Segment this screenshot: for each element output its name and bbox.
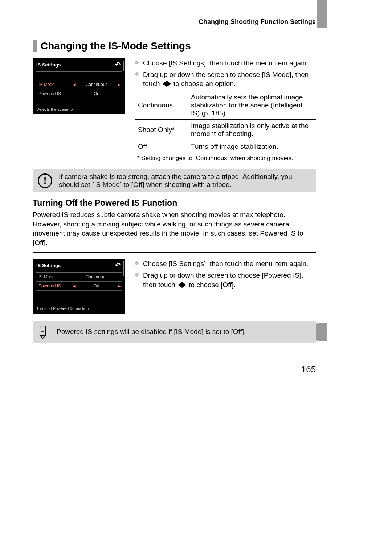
scroll-indicator	[123, 61, 124, 71]
camera-menu-desc: Turns off Powered IS function	[33, 303, 124, 311]
warning-icon: !	[38, 173, 52, 188]
warning-text: If camera shake is too strong, attach th…	[59, 173, 311, 189]
left-right-arrow-icon	[178, 282, 186, 288]
back-icon: ↶	[115, 61, 122, 69]
camera-menu-desc: Detects the scene for	[33, 103, 124, 112]
menu-row-is-mode: IS Mode ◀ Continuous ▶	[36, 80, 122, 89]
camera-menu-title: IS Settings	[36, 62, 61, 68]
back-icon: ↶	[115, 261, 122, 269]
left-right-arrow-icon	[163, 81, 171, 87]
instruction-item: Drag up or down the screen to choose [Po…	[135, 271, 316, 289]
menu-row-is-mode: IS Mode ◀ Continuous ▶	[36, 273, 122, 282]
instruction-item: Choose [IS Settings], then touch the men…	[135, 259, 316, 269]
subsection-body: Powered IS reduces subtle camera shake w…	[33, 210, 316, 248]
running-head: Changing Shooting Function Settings	[33, 18, 316, 26]
right-arrow-icon: ▶	[116, 284, 122, 289]
table-row: Shoot Only*Image stabilization is only a…	[135, 119, 316, 140]
table-row: OffTurns off image stabilization.	[135, 140, 316, 153]
instruction-item: Choose [IS Settings], then touch the men…	[135, 58, 316, 68]
instruction-list-2: Choose [IS Settings], then touch the men…	[135, 259, 316, 289]
scroll-indicator	[123, 261, 124, 276]
camera-menu-screenshot-1: IS Settings ↶ IS Mode ◀ Continuous ▶ Pow…	[33, 58, 125, 114]
note-text: Powered IS settings will be disabled if …	[57, 328, 246, 336]
left-arrow-icon: ◀	[71, 82, 77, 87]
instruction-list-1: Choose [IS Settings], then touch the men…	[135, 58, 316, 89]
is-mode-options-table: ContinuousAutomatically sets the optimal…	[135, 91, 316, 153]
menu-row-powered-is: Powered IS ◀ On ▶	[36, 89, 122, 98]
divider	[33, 252, 316, 253]
camera-menu-title: IS Settings	[36, 263, 61, 268]
subsection-title: Turning Off the Powered IS Function	[33, 198, 316, 208]
table-row: ContinuousAutomatically sets the optimal…	[135, 91, 316, 119]
warning-callout: ! If camera shake is too strong, attach …	[33, 169, 316, 192]
left-arrow-icon: ◀	[71, 284, 77, 289]
instruction-item: Drag up or down the screen to choose [IS…	[135, 70, 316, 89]
manual-page: Changing Shooting Function Settings Chan…	[0, 0, 392, 396]
page-number: 165	[33, 364, 316, 375]
note-callout: Powered IS settings will be disabled if …	[33, 321, 316, 343]
menu-row-powered-is: Powered IS ◀ Off ▶	[36, 282, 122, 291]
camera-menu-screenshot-2: IS Settings ↶ IS Mode ◀ Continuous ▶ Pow…	[33, 259, 125, 314]
table-footnote: * Setting changes to [Continuous] when s…	[135, 153, 316, 162]
svg-rect-0	[40, 326, 46, 335]
right-arrow-icon: ▶	[116, 82, 122, 87]
section-title: Changing the IS-Mode Settings	[33, 40, 316, 52]
pencil-icon	[38, 324, 50, 339]
